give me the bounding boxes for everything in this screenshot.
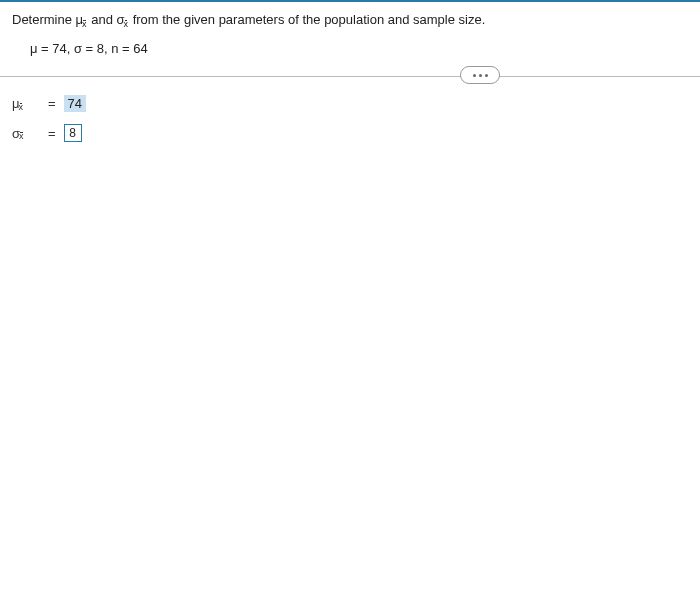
equals-sign: = [48,96,56,111]
sigma-xbar-symbol: σx [117,12,130,27]
prompt-suffix: from the given parameters of the populat… [129,12,485,27]
answer-row-mu: μx = 74 [12,95,688,112]
more-button[interactable] [460,66,500,84]
parameters-line: μ = 74, σ = 8, n = 64 [30,41,688,56]
mu-answer-value[interactable]: 74 [64,95,86,112]
answer-block: μx = 74 σx = 8 [0,95,700,142]
question-prompt: Determine μx and σx from the given param… [12,12,688,27]
divider-wrap [0,76,700,77]
mu-xbar-symbol: μx [76,12,88,27]
prompt-prefix: Determine [12,12,76,27]
prompt-mid: and [88,12,117,27]
section-divider [0,76,700,77]
question-area: Determine μx and σx from the given param… [0,12,700,56]
ellipsis-icon [473,74,488,77]
answer-row-sigma: σx = 8 [12,124,688,142]
sigma-xbar-label: σx [12,126,40,141]
mu-xbar-label: μx [12,96,40,111]
equals-sign: = [48,126,56,141]
top-border [0,0,700,2]
sigma-answer-input[interactable]: 8 [64,124,82,142]
